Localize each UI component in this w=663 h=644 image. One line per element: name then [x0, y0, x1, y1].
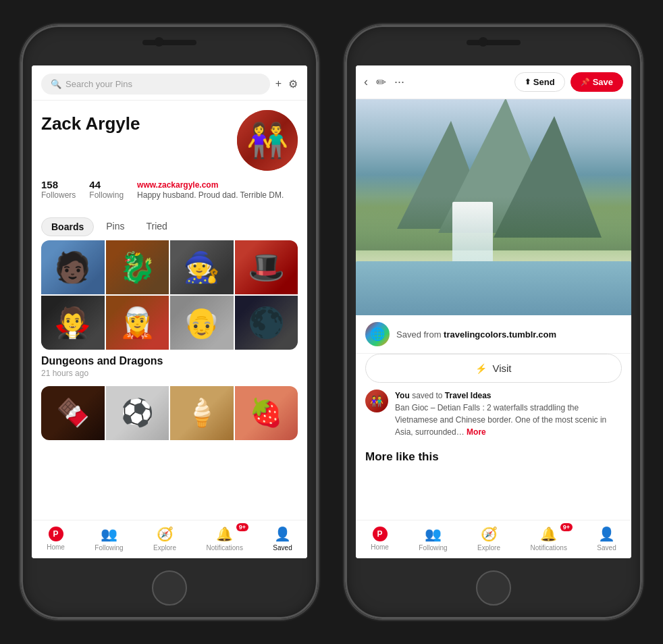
nav-saved-label-2: Saved [597, 544, 616, 552]
search-bar: 🔍 Search your Pins + ⚙ [41, 74, 298, 95]
pinterest-icon-2: P [373, 527, 388, 541]
board-cell-1 [41, 240, 105, 294]
visit-label: Visit [492, 363, 511, 374]
nav-saved-label-1: Saved [273, 544, 292, 552]
explore-icon-1: 🧭 [157, 526, 174, 542]
nav-explore-1[interactable]: 🧭 Explore [153, 526, 176, 552]
settings-icon[interactable]: ⚙ [288, 78, 298, 90]
phone-2-home-button[interactable] [476, 570, 511, 606]
source-text: Saved from travelingcolors.tumblr.com [396, 329, 556, 340]
bottom-nav-2: P Home 👥 Following 🧭 Explore 🔔 9+ Notifi… [356, 520, 631, 558]
following-label: Following [89, 190, 124, 200]
phone-2-speaker [467, 40, 521, 45]
boards-scroll[interactable]: Dungeons and Dragons 21 hours ago [32, 240, 307, 520]
phone-1: 🔍 Search your Pins + ⚙ Zack Argyle [21, 25, 318, 619]
board2-cell-4 [235, 386, 298, 440]
nav-following-2[interactable]: 👥 Following [419, 526, 447, 552]
trees [356, 196, 631, 250]
nav-following-label-1: Following [95, 544, 123, 552]
more-like-this-heading: More like this [356, 445, 631, 466]
edit-icon[interactable]: ✏ [376, 75, 386, 90]
nav-saved-1[interactable]: 👤 Saved [273, 526, 292, 552]
phone-speaker [142, 40, 196, 45]
website-link[interactable]: www.zackargyle.com [137, 180, 298, 190]
followers-stat: 158 Followers [41, 179, 76, 201]
nav-following-1[interactable]: 👥 Following [95, 526, 123, 552]
activity-more[interactable]: More [467, 427, 486, 437]
nav-following-label-2: Following [419, 544, 447, 552]
board2-cell-3 [170, 386, 234, 440]
phone-2: ‹ ✏ ··· ⬆ Send 📌 Save [345, 25, 642, 619]
avatar [237, 110, 298, 171]
more-icon[interactable]: ··· [394, 75, 404, 89]
save-pin-icon: 📌 [581, 78, 590, 86]
header-left: ‹ ✏ ··· [364, 75, 404, 90]
notifications-icon-1: 🔔 [216, 526, 233, 542]
board-cell-4 [235, 240, 298, 294]
pinterest-home-icon: P [49, 527, 63, 541]
lightning-icon: ⚡ [475, 363, 487, 374]
save-button[interactable]: 📌 Save [571, 72, 623, 92]
board-cell-8 [235, 296, 298, 350]
phone-2-screen: ‹ ✏ ··· ⬆ Send 📌 Save [356, 65, 631, 558]
followers-label: Followers [41, 190, 76, 200]
phone-1-screen: 🔍 Search your Pins + ⚙ Zack Argyle [32, 65, 307, 558]
profile-tabs: Boards Pins Tried [32, 211, 307, 240]
search-input[interactable]: 🔍 Search your Pins [41, 74, 270, 95]
nav-notifications-2[interactable]: 🔔 9+ Notifications [530, 526, 566, 552]
save-label: Save [593, 77, 613, 87]
saved-icon-1: 👤 [274, 526, 291, 542]
explore-icon-2: 🧭 [481, 526, 498, 542]
source-row: 🌐 Saved from travelingcolors.tumblr.com [356, 315, 631, 354]
search-icon: 🔍 [51, 79, 61, 89]
send-button[interactable]: ⬆ Send [514, 72, 565, 92]
nav-explore-2[interactable]: 🧭 Explore [477, 526, 500, 552]
bottom-nav-1: P Home 👥 Following 🧭 Explore 🔔 9+ Notifi… [32, 520, 307, 558]
following-stat: 44 Following [89, 179, 124, 201]
nav-notifications-label-2: Notifications [530, 544, 566, 552]
saved-from-text: Saved from [396, 329, 444, 340]
add-icon[interactable]: + [275, 78, 282, 90]
activity-text: You saved to Travel Ideas Ban Gioc – Det… [395, 390, 622, 438]
pin-scroll[interactable]: 🌐 Saved from travelingcolors.tumblr.com … [356, 99, 631, 520]
profile-section: Zack Argyle 158 Followers 44 Following [32, 101, 307, 211]
website-block: www.zackargyle.com Happy husband. Proud … [137, 179, 298, 201]
back-icon[interactable]: ‹ [364, 75, 368, 89]
send-icon: ⬆ [525, 78, 531, 86]
mountain-waterfall-scene [356, 99, 631, 315]
following-count: 44 [89, 179, 124, 190]
board-cell-5 [41, 296, 105, 350]
nav-home-1[interactable]: P Home [47, 527, 65, 551]
following-icon-1: 👥 [101, 526, 117, 542]
board-title-1: Dungeons and Dragons [41, 355, 298, 367]
source-avatar: 🌐 [365, 322, 390, 346]
activity-board[interactable]: Travel Ideas [445, 391, 492, 400]
send-label: Send [533, 77, 555, 87]
nav-home-label-2: Home [371, 543, 389, 551]
board-cell-6 [106, 296, 169, 350]
following-icon-2: 👥 [425, 526, 442, 542]
nav-home-2[interactable]: P Home [371, 527, 389, 551]
tab-boards[interactable]: Boards [41, 217, 94, 236]
source-link[interactable]: travelingcolors.tumblr.com [444, 329, 556, 340]
profile-name: Zack Argyle [41, 114, 140, 134]
saved-icon-2: 👤 [598, 526, 615, 542]
phone-2-camera [479, 37, 488, 47]
nav-notifications-1[interactable]: 🔔 9+ Notifications [206, 526, 242, 552]
header-icons: + ⚙ [275, 78, 298, 90]
avatar-image [237, 110, 298, 171]
board-cell-7 [170, 296, 234, 350]
search-header: 🔍 Search your Pins + ⚙ [32, 65, 307, 101]
tab-tried[interactable]: Tried [136, 217, 176, 236]
visit-button[interactable]: ⚡ Visit [365, 354, 622, 383]
activity-description: Ban Gioc – Detian Falls : 2 waterfalls s… [395, 403, 606, 437]
nav-saved-2[interactable]: 👤 Saved [597, 526, 616, 552]
board-cell-3 [170, 240, 234, 294]
water [356, 261, 631, 315]
board-time-1: 21 hours ago [41, 369, 298, 378]
phone-1-home-button[interactable] [152, 570, 187, 606]
tab-pins[interactable]: Pins [97, 217, 134, 236]
profile-stats: 158 Followers 44 Following www.zackargyl… [41, 179, 298, 201]
board2-cell-2 [106, 386, 169, 440]
nav-explore-label-2: Explore [477, 544, 500, 552]
